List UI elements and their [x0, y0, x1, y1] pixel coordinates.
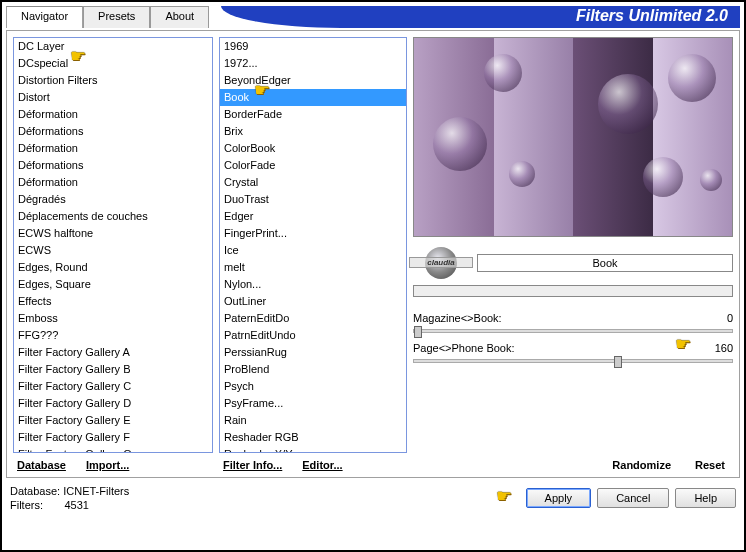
category-list[interactable]: DC LayerDCspecialDistortion FiltersDisto… [13, 37, 213, 453]
filter-item[interactable]: Psych [220, 378, 406, 395]
param-value: 0 [701, 312, 733, 324]
category-item[interactable]: Filter Factory Gallery F [14, 429, 212, 446]
filter-item[interactable]: Crystal [220, 174, 406, 191]
filter-item[interactable]: FingerPrint... [220, 225, 406, 242]
category-item[interactable]: Filter Factory Gallery C [14, 378, 212, 395]
tab-about[interactable]: About [150, 6, 209, 28]
category-item[interactable]: Filter Factory Gallery D [14, 395, 212, 412]
param-label: Magazine<>Book: [413, 312, 701, 324]
progress-bar [413, 285, 733, 297]
filter-item[interactable]: PerssianRug [220, 344, 406, 361]
app-title: Filters Unlimited 2.0 [221, 6, 740, 28]
filter-item[interactable]: BorderFade [220, 106, 406, 123]
footer-info: Database: ICNET-Filters Filters: 4531 [10, 484, 129, 512]
filter-item[interactable]: ColorFade [220, 157, 406, 174]
category-item[interactable]: Déformation [14, 174, 212, 191]
filter-item[interactable]: DuoTrast [220, 191, 406, 208]
category-item[interactable]: Distortion Filters [14, 72, 212, 89]
param-value: 160 [701, 342, 733, 354]
category-item[interactable]: DCspecial [14, 55, 212, 72]
filter-item[interactable]: OutLiner [220, 293, 406, 310]
param-slider[interactable] [413, 329, 733, 333]
filter-item[interactable]: Rain [220, 412, 406, 429]
editor-link[interactable]: Editor... [302, 459, 342, 471]
import-link[interactable]: Import... [86, 459, 129, 471]
category-item[interactable]: Déformations [14, 123, 212, 140]
category-item[interactable]: Dégradés [14, 191, 212, 208]
filter-item[interactable]: Nylon... [220, 276, 406, 293]
randomize-link[interactable]: Randomize [612, 459, 671, 471]
filter-item[interactable]: PaternEditDo [220, 310, 406, 327]
category-item[interactable]: Effects [14, 293, 212, 310]
filter-item[interactable]: PsyFrame... [220, 395, 406, 412]
parameters-panel: Magazine<>Book:0Page<>Phone Book:160 [413, 309, 733, 369]
category-item[interactable]: Filter Factory Gallery A [14, 344, 212, 361]
category-item[interactable]: Déformations [14, 157, 212, 174]
category-item[interactable]: ECWS [14, 242, 212, 259]
watermark-logo: claudia [413, 247, 469, 279]
filter-item[interactable]: Edger [220, 208, 406, 225]
filter-info-link[interactable]: Filter Info... [223, 459, 282, 471]
filter-item[interactable]: Reshader X/Y [220, 446, 406, 453]
database-link[interactable]: Database [17, 459, 66, 471]
param-slider[interactable] [413, 359, 733, 363]
category-item[interactable]: Déformation [14, 140, 212, 157]
param-row: Page<>Phone Book:160 [413, 339, 733, 357]
category-item[interactable]: Filter Factory Gallery B [14, 361, 212, 378]
help-button[interactable]: Help [675, 488, 736, 508]
pointer-hand-icon [496, 489, 520, 507]
category-item[interactable]: Edges, Round [14, 259, 212, 276]
filter-item[interactable]: PatrnEditUndo [220, 327, 406, 344]
category-item[interactable]: Déplacements de couches [14, 208, 212, 225]
param-label: Page<>Phone Book: [413, 342, 701, 354]
preview-image [413, 37, 733, 237]
category-item[interactable]: Déformation [14, 106, 212, 123]
filter-item[interactable]: Book [220, 89, 406, 106]
category-item[interactable]: ECWS halftone [14, 225, 212, 242]
filter-item[interactable]: BeyondEdger [220, 72, 406, 89]
pointer-hand-icon [254, 87, 278, 105]
category-item[interactable]: Filter Factory Gallery G [14, 446, 212, 453]
tab-navigator[interactable]: Navigator [6, 6, 83, 28]
param-row: Magazine<>Book:0 [413, 309, 733, 327]
filter-item[interactable]: Reshader RGB [220, 429, 406, 446]
filter-item[interactable]: ColorBook [220, 140, 406, 157]
apply-button[interactable]: Apply [526, 488, 592, 508]
category-item[interactable]: Edges, Square [14, 276, 212, 293]
filter-item[interactable]: Brix [220, 123, 406, 140]
filter-item[interactable]: melt [220, 259, 406, 276]
reset-link[interactable]: Reset [695, 459, 725, 471]
tab-presets[interactable]: Presets [83, 6, 150, 28]
main-panel: DC LayerDCspecialDistortion FiltersDisto… [6, 30, 740, 478]
category-item[interactable]: FFG??? [14, 327, 212, 344]
filter-item[interactable]: 1969 [220, 38, 406, 55]
filter-item[interactable]: ProBlend [220, 361, 406, 378]
pointer-hand-icon [70, 53, 94, 71]
tab-strip: Navigator Presets About [6, 6, 209, 28]
filter-item[interactable]: Ice [220, 242, 406, 259]
filter-list[interactable]: 19691972...BeyondEdgerBookBorderFadeBrix… [219, 37, 407, 453]
category-item[interactable]: DC Layer [14, 38, 212, 55]
category-item[interactable]: Distort [14, 89, 212, 106]
cancel-button[interactable]: Cancel [597, 488, 669, 508]
current-filter-name: Book [477, 254, 733, 272]
category-item[interactable]: Emboss [14, 310, 212, 327]
filter-item[interactable]: 1972... [220, 55, 406, 72]
category-item[interactable]: Filter Factory Gallery E [14, 412, 212, 429]
